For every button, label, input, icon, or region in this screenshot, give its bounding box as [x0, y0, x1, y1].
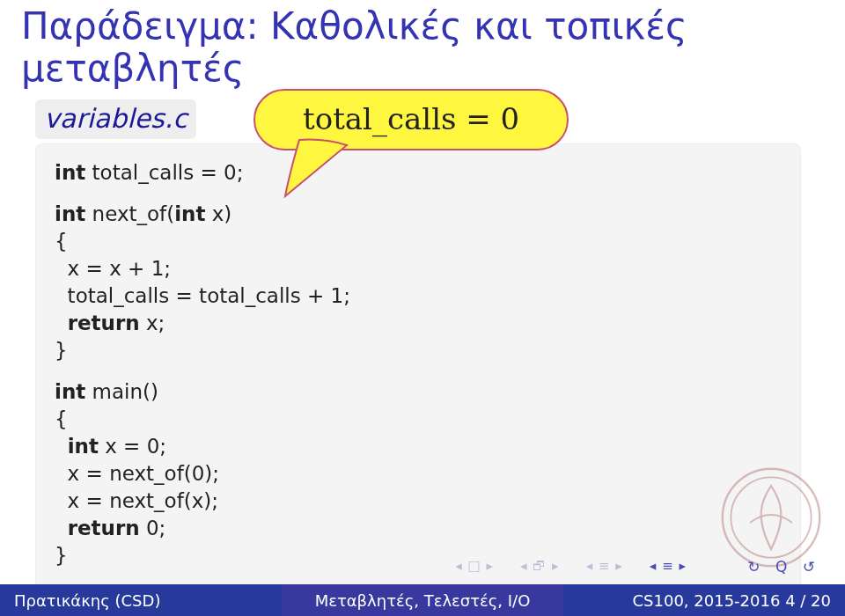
code-text: x): [205, 202, 231, 225]
code-line: int main(): [55, 378, 782, 406]
code-text: x;: [140, 312, 165, 334]
code-text: 0;: [140, 517, 166, 539]
code-line: x = x + 1;: [55, 255, 782, 282]
code-line: total_calls = total_calls + 1;: [55, 282, 782, 310]
code-line: {: [55, 406, 782, 433]
svg-point-0: [723, 469, 819, 566]
keyword: int: [55, 380, 85, 403]
code-line: return 0;: [55, 515, 782, 542]
nav-next-icon[interactable]: ◂ ≡ ▸: [586, 558, 623, 574]
nav-first-icon[interactable]: ◂ □ ▸: [455, 558, 494, 574]
nav-prev-icon[interactable]: ◂ 🗗 ▸: [520, 558, 560, 574]
blank-line: [55, 187, 782, 201]
footer: Πρατικάκης (CSD) Μεταβλητές, Τελεστές, I…: [0, 584, 845, 616]
indent: [55, 312, 68, 334]
code-text: next_of(: [85, 202, 174, 225]
callout: total_calls = 0: [254, 89, 569, 150]
keyword: int: [174, 202, 205, 225]
nav-dots: ◂ □ ▸ ◂ 🗗 ▸ ◂ ≡ ▸ ◂ ≡ ▸: [455, 558, 687, 574]
code-text: total_calls = 0;: [85, 161, 243, 184]
indent: [55, 435, 68, 458]
code-line: int x = 0;: [55, 433, 782, 460]
file-name-label: variables.c: [35, 99, 196, 139]
keyword: int: [55, 202, 85, 225]
callout-tail-icon: [282, 135, 378, 200]
title-line-1: Παράδειγμα: Καθολικές και τοπικές: [21, 4, 687, 48]
code-line: }: [55, 337, 782, 364]
code-line: int next_of(int x): [55, 201, 782, 228]
code-text: main(): [85, 380, 158, 403]
keyword: int: [68, 435, 99, 458]
footer-page: CS100, 2015-2016 4 / 20: [563, 584, 845, 616]
university-seal-icon: [718, 465, 824, 570]
code-line: x = next_of(0);: [55, 460, 782, 488]
file-label-row: variables.c total_calls = 0: [35, 99, 810, 142]
keyword: int: [55, 161, 85, 184]
indent: [55, 517, 68, 539]
blank-line: [55, 364, 782, 378]
keyword: return: [68, 312, 140, 334]
nav-loop-icon[interactable]: ↻ Q ↺: [747, 558, 820, 576]
footer-author: Πρατικάκης (CSD): [0, 584, 282, 616]
slide: Παράδειγμα: Καθολικές και τοπικές μεταβλ…: [0, 0, 845, 616]
code-text: x = 0;: [99, 435, 166, 458]
code-line: x = next_of(x);: [55, 488, 782, 515]
title-line-2: μεταβλητές: [21, 47, 244, 90]
keyword: return: [68, 517, 140, 539]
code-line: int total_calls = 0;: [55, 159, 782, 187]
footer-title: Μεταβλητές, Τελεστές, I/O: [282, 584, 563, 616]
code-line: {: [55, 228, 782, 255]
nav-last-icon[interactable]: ◂ ≡ ▸: [650, 558, 687, 574]
svg-point-1: [731, 477, 811, 557]
code-block: int total_calls = 0; int next_of(int x) …: [35, 143, 801, 602]
slide-title: Παράδειγμα: Καθολικές και τοπικές μεταβλ…: [0, 0, 845, 96]
code-line: return x;: [55, 310, 782, 337]
